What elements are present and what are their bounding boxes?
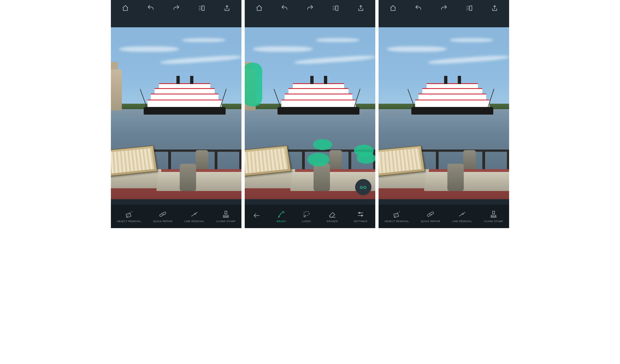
- tool-clone-stamp[interactable]: CLONE STAMP: [216, 210, 235, 223]
- home-button[interactable]: [388, 3, 398, 14]
- svg-rect-9: [470, 6, 472, 10]
- line-removal-icon: [458, 210, 466, 218]
- screen-before: OBJECT REMOVAL QUICK REPAIR LINE REMOVAL…: [111, 0, 241, 228]
- svg-rect-0: [202, 6, 204, 10]
- brush-overlay: [313, 139, 332, 150]
- object-removal-icon: [125, 210, 133, 218]
- share-button[interactable]: [489, 3, 500, 14]
- svg-point-6: [304, 211, 309, 216]
- brush-icon: [277, 210, 285, 218]
- undo-button[interactable]: [145, 3, 156, 14]
- tool-line-removal[interactable]: LINE REMOVAL: [184, 210, 204, 223]
- photo-signboard: [111, 145, 158, 177]
- tool-lasso[interactable]: LASSO: [302, 210, 311, 223]
- home-button[interactable]: [120, 3, 131, 14]
- compare-icon: [332, 5, 339, 12]
- undo-icon: [415, 5, 422, 12]
- bottom-toolbar: OBJECT REMOVAL QUICK REPAIR LINE REMOVAL…: [111, 205, 241, 228]
- brush-overlay: [245, 63, 262, 106]
- redo-icon: [440, 5, 447, 12]
- photo-building: [111, 70, 122, 111]
- eraser-icon: [328, 210, 336, 218]
- brush-overlay: [357, 153, 375, 164]
- stamp-icon: [222, 210, 230, 218]
- photo-signboard: [379, 145, 425, 177]
- bandage-icon: [426, 210, 435, 218]
- spacer: [245, 199, 375, 205]
- arrow-left-icon: [253, 211, 261, 220]
- line-removal-icon: [190, 210, 199, 218]
- stamp-icon: [489, 210, 498, 218]
- share-button[interactable]: [222, 3, 232, 14]
- compare-icon: [466, 5, 473, 12]
- redo-icon: [306, 5, 314, 12]
- tool-line-removal[interactable]: LINE REMOVAL: [452, 210, 472, 223]
- brush-overlay: [308, 153, 329, 166]
- tool-label: LINE REMOVAL: [184, 220, 204, 223]
- object-removal-icon: [393, 210, 401, 218]
- bandage-icon: [159, 210, 167, 218]
- redo-button[interactable]: [438, 3, 449, 14]
- tool-label: LINE REMOVAL: [452, 220, 472, 223]
- svg-point-13: [431, 214, 431, 214]
- tool-quick-repair[interactable]: QUICK REPAIR: [153, 210, 173, 223]
- compare-button[interactable]: [464, 3, 475, 14]
- top-toolbar: [379, 0, 509, 16]
- tool-settings[interactable]: SETTINGS: [354, 210, 367, 223]
- bottom-toolbar: BRUSH LASSO ERASER SETTINGS: [245, 205, 375, 228]
- svg-point-4: [163, 214, 164, 214]
- home-button[interactable]: [254, 3, 265, 14]
- compare-button[interactable]: [330, 3, 341, 14]
- tool-clone-stamp[interactable]: CLONE STAMP: [484, 210, 503, 223]
- redo-button[interactable]: [171, 3, 182, 14]
- undo-button[interactable]: [279, 3, 290, 14]
- home-icon: [389, 5, 397, 12]
- spacer: [379, 16, 509, 27]
- tool-brush[interactable]: BRUSH: [277, 210, 286, 223]
- svg-rect-2: [160, 212, 166, 217]
- tool-quick-repair[interactable]: QUICK REPAIR: [421, 210, 440, 223]
- tool-object-removal[interactable]: OBJECT REMOVAL: [117, 210, 141, 223]
- tool-label: QUICK REPAIR: [421, 220, 440, 223]
- bottom-toolbar: OBJECT REMOVAL QUICK REPAIR LINE REMOVAL…: [379, 205, 509, 228]
- redo-button[interactable]: [305, 3, 315, 14]
- back-button[interactable]: [253, 211, 261, 221]
- share-icon: [357, 5, 364, 12]
- photo-signboard: [245, 145, 291, 177]
- image-canvas[interactable]: GO: [245, 27, 375, 199]
- tool-eraser[interactable]: ERASER: [327, 210, 338, 223]
- undo-icon: [281, 5, 288, 12]
- compare-button[interactable]: [196, 3, 207, 14]
- undo-button[interactable]: [413, 3, 424, 14]
- tool-label: OBJECT REMOVAL: [117, 220, 141, 223]
- image-canvas[interactable]: [379, 27, 509, 199]
- screens-row: OBJECT REMOVAL QUICK REPAIR LINE REMOVAL…: [0, 0, 620, 228]
- tool-label: CLONE STAMP: [216, 220, 235, 223]
- screen-brush: GO BRUSH LASSO ERASER SETTINGS: [245, 0, 375, 228]
- sliders-icon: [356, 210, 365, 218]
- share-icon: [491, 5, 498, 12]
- tool-label: QUICK REPAIR: [153, 220, 173, 223]
- share-button[interactable]: [355, 3, 366, 14]
- svg-point-3: [162, 214, 162, 214]
- tool-label: SETTINGS: [354, 220, 367, 223]
- top-toolbar: [245, 0, 375, 16]
- tool-label: BRUSH: [277, 220, 286, 223]
- svg-rect-5: [336, 6, 338, 10]
- svg-point-12: [430, 214, 430, 214]
- spacer: [245, 16, 375, 27]
- lasso-icon: [302, 210, 311, 218]
- tool-object-removal[interactable]: OBJECT REMOVAL: [385, 210, 409, 223]
- photo-riverboat: [277, 74, 359, 115]
- image-canvas[interactable]: [111, 27, 241, 199]
- tool-label: ERASER: [327, 220, 338, 223]
- spacer: [379, 199, 509, 205]
- svg-rect-11: [427, 212, 434, 217]
- home-icon: [122, 5, 129, 12]
- home-icon: [256, 5, 263, 12]
- tool-label: CLONE STAMP: [484, 220, 503, 223]
- share-icon: [223, 5, 231, 12]
- screen-after: OBJECT REMOVAL QUICK REPAIR LINE REMOVAL…: [379, 0, 509, 228]
- tool-label: LASSO: [302, 220, 311, 223]
- go-button[interactable]: GO: [355, 179, 371, 195]
